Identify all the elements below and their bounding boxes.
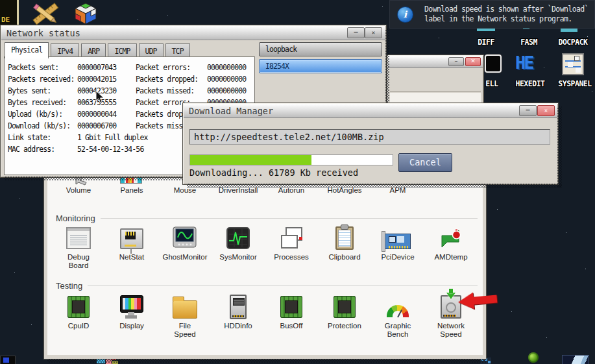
stat-value: 1 Gbit Full duplex <box>77 133 136 142</box>
stat-value: 0000007043 <box>77 63 136 72</box>
divider <box>390 91 481 92</box>
desktop-icon-hexedit-label[interactable]: HEXEDIT <box>509 79 552 88</box>
tab-arp[interactable]: ARP <box>81 43 106 58</box>
tooltip-line1: Download speed is shown after `Download` <box>424 5 589 14</box>
bottom-left-chip-icon[interactable] <box>0 356 16 364</box>
app-item-debug-board[interactable]: Debug Board <box>52 225 105 270</box>
minimize-button[interactable] <box>347 27 365 38</box>
app-item-sysmonitor[interactable]: SysMonitor <box>212 225 265 270</box>
app-item-netstat[interactable]: NetStat <box>105 225 158 270</box>
app-item-cpuid[interactable]: CpuID <box>52 294 105 339</box>
desktop-icon-diff[interactable]: DIFF <box>471 38 501 47</box>
app-label: GhostMonitor <box>162 253 207 261</box>
testing-grid: CpuID Display File Speed HDDinfo BusOff … <box>52 294 478 339</box>
stat-label: Bytes sent: <box>8 86 77 95</box>
close-button[interactable] <box>537 105 555 116</box>
app-item-display[interactable]: Display <box>105 294 158 339</box>
minimize-button[interactable] <box>448 57 464 66</box>
window-title: Network status <box>6 28 80 38</box>
stat-value: 0000000044 <box>77 110 136 119</box>
app-item-hddinfo[interactable]: HDDinfo <box>212 294 265 339</box>
syspanel-icon[interactable] <box>562 53 584 75</box>
app-label: Clipboard <box>328 253 360 261</box>
app-label: Network Speed <box>437 322 465 339</box>
space-picture-icon[interactable] <box>562 355 589 364</box>
tab-icmp[interactable]: ICMP <box>108 43 136 58</box>
cpu-chip-icon <box>67 296 90 318</box>
url-field[interactable]: http://speedtest.tele2.net/100MB.zip <box>189 129 550 145</box>
annotation-arrow-icon <box>457 289 500 313</box>
app-item-processes[interactable]: Processes <box>265 225 318 270</box>
download-manager-titlebar[interactable]: Download Manager <box>184 104 557 118</box>
red-dot <box>299 237 302 240</box>
app-item-protection[interactable]: Protection <box>318 294 371 339</box>
hexedit-icon[interactable]: HE <box>515 53 533 73</box>
tab-ipv4[interactable]: IPv4 <box>51 43 79 58</box>
app-item-busoff[interactable]: BusOff <box>265 294 318 339</box>
section-rule <box>88 285 478 286</box>
ethernet-port-icon <box>120 228 143 249</box>
app-label: Volume <box>66 186 91 194</box>
debug-board-icon <box>66 227 91 249</box>
progress-bar <box>189 154 393 165</box>
close-button[interactable] <box>465 57 481 66</box>
cancel-button[interactable]: Cancel <box>398 153 452 172</box>
pci-card-icon <box>385 234 411 249</box>
stat-row: Packets received:0000042015Packets dropp… <box>8 73 254 85</box>
gauge-icon <box>387 305 409 317</box>
heartbeat-monitor-icon <box>226 227 250 249</box>
desktop-icon-docpack[interactable]: DOCPACK <box>552 38 594 47</box>
tab-physical[interactable]: Physical <box>5 42 49 58</box>
stat-label: Download (kb/s): <box>8 121 77 130</box>
notification-tooltip: i Download speed is shown after `Downloa… <box>389 0 595 29</box>
desktop-icon-fasm[interactable]: FASM <box>513 38 545 47</box>
stat-label: Packets missed: <box>136 86 207 95</box>
ruler-pencil-icon[interactable] <box>30 1 61 26</box>
app-item-volume[interactable]: Volume <box>52 186 105 194</box>
desktop-icon-syspanel-label[interactable]: SYSPANEL <box>552 79 595 88</box>
desktop-icon-partial-de[interactable]: DE <box>0 0 19 27</box>
window-shadow <box>47 359 486 363</box>
close-button[interactable] <box>365 27 382 38</box>
app-item-ghostmonitor[interactable]: GhostMonitor <box>158 225 212 270</box>
progress-fill <box>190 155 311 165</box>
section-rule <box>101 218 478 219</box>
device-button-i8254x[interactable]: I8254X <box>259 59 382 73</box>
app-item-amdtemp[interactable]: AMDtemp <box>424 225 478 270</box>
rubik-cube-icon[interactable] <box>71 2 100 25</box>
clipboard-icon <box>335 226 354 250</box>
app-item-panels[interactable]: Panels <box>105 186 158 194</box>
stat-value: 52-54-00-12-34-56 <box>77 145 136 154</box>
app-label: BusOff <box>280 322 303 330</box>
app-label: HDDinfo <box>224 322 252 330</box>
cpu-chip-icon <box>280 296 302 318</box>
color-bars-monitor-icon <box>120 295 143 319</box>
docpack-icon-partial[interactable] <box>561 29 577 32</box>
stat-value: 0063755555 <box>77 98 136 107</box>
app-item-pcidevice[interactable]: PciDevice <box>371 225 424 270</box>
device-button-loopback[interactable]: loopback <box>259 42 382 56</box>
stat-label: Packets sent: <box>8 63 77 72</box>
app-item-clipboard[interactable]: Clipboard <box>318 225 371 270</box>
pixel <box>488 361 491 363</box>
app-item-file-speed[interactable]: File Speed <box>158 294 212 339</box>
window-title: Download Manager <box>189 106 273 116</box>
section-testing: Testing <box>56 281 478 291</box>
stat-value: 0000042015 <box>77 75 136 84</box>
tab-tcp[interactable]: TCP <box>165 43 190 58</box>
diff-icon-partial[interactable] <box>477 29 495 31</box>
tab-udp[interactable]: UDP <box>139 43 164 58</box>
app-center-window: Volume Panels Mouse DriverInstall Autoru… <box>43 164 487 359</box>
green-swirl-icon[interactable] <box>528 352 539 363</box>
network-status-titlebar[interactable]: Network status <box>1 26 385 40</box>
stat-label: Packets dropped: <box>136 75 207 84</box>
stat-label: Upload (kb/s): <box>8 110 77 119</box>
minimize-button[interactable] <box>519 105 537 116</box>
stat-label: Packet errors: <box>136 63 207 72</box>
app-label: Processes <box>274 253 309 261</box>
folder-icon <box>173 300 197 319</box>
app-item-graphic-bench[interactable]: Graphic Bench <box>371 294 424 339</box>
download-manager-window: Download Manager http://speedtest.tele2.… <box>182 103 559 185</box>
shell-terminal-icon[interactable] <box>485 55 502 73</box>
stem <box>130 249 132 254</box>
